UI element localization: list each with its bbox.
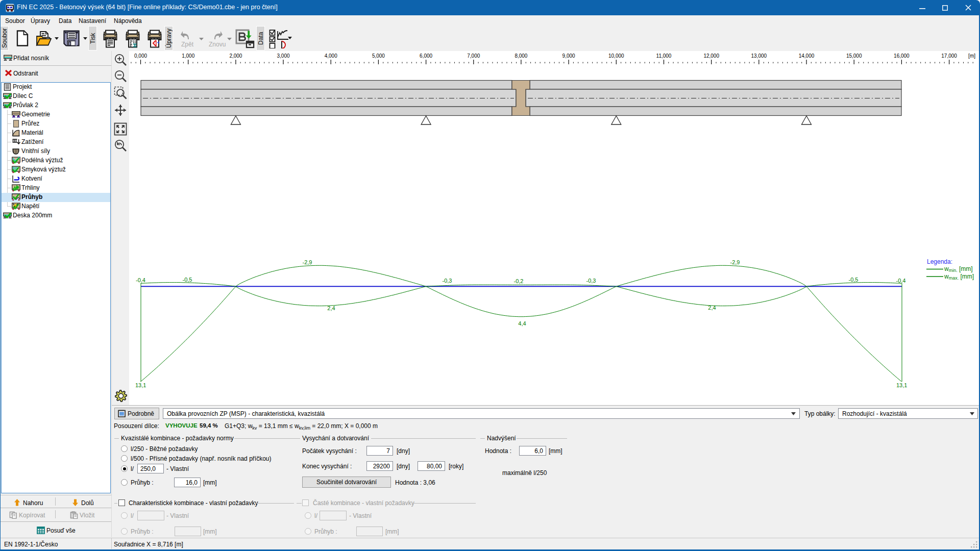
svg-text:16,000: 16,000	[894, 53, 910, 59]
svg-text:6,000: 6,000	[420, 53, 432, 59]
svg-text:11,000: 11,000	[656, 53, 672, 59]
svg-text:-0,4: -0,4	[136, 277, 145, 283]
svg-text:12,000: 12,000	[703, 53, 719, 59]
svg-text:-0,3: -0,3	[586, 278, 596, 284]
svg-text:13,000: 13,000	[751, 53, 767, 59]
svg-text:0,000: 0,000	[134, 53, 147, 59]
svg-text:15,000: 15,000	[846, 53, 862, 59]
svg-text:2,4: 2,4	[708, 305, 716, 311]
svg-text:13,1: 13,1	[896, 382, 907, 388]
svg-text:10,000: 10,000	[608, 53, 624, 59]
svg-text:-0,5: -0,5	[183, 277, 192, 283]
svg-text:4,4: 4,4	[518, 320, 526, 327]
svg-text:1,000: 1,000	[182, 53, 194, 59]
svg-text:[m]: [m]	[968, 53, 975, 59]
svg-text:2,4: 2,4	[327, 305, 335, 311]
svg-text:-0,3: -0,3	[443, 278, 452, 284]
svg-text:5,000: 5,000	[372, 53, 385, 59]
svg-text:14,000: 14,000	[799, 53, 815, 59]
svg-text:13,1: 13,1	[135, 382, 146, 388]
svg-text:8,000: 8,000	[514, 53, 527, 59]
svg-text:3,000: 3,000	[277, 53, 289, 59]
svg-text:wmin. [mm]: wmin. [mm]	[944, 265, 973, 273]
svg-text:7,000: 7,000	[467, 53, 480, 59]
svg-text:-0,4: -0,4	[896, 278, 906, 284]
svg-text:17,000: 17,000	[941, 53, 957, 59]
svg-text:-2,9: -2,9	[730, 259, 740, 265]
svg-text:-2,9: -2,9	[303, 259, 312, 265]
svg-text:wmax. [mm]: wmax. [mm]	[944, 273, 974, 281]
svg-text:2,000: 2,000	[229, 53, 242, 59]
svg-text:9,000: 9,000	[562, 53, 575, 59]
svg-text:-0,2: -0,2	[514, 278, 524, 284]
svg-text:-0,5: -0,5	[849, 277, 859, 283]
svg-text:Legenda:: Legenda:	[927, 258, 952, 265]
svg-text:4,000: 4,000	[325, 53, 337, 59]
